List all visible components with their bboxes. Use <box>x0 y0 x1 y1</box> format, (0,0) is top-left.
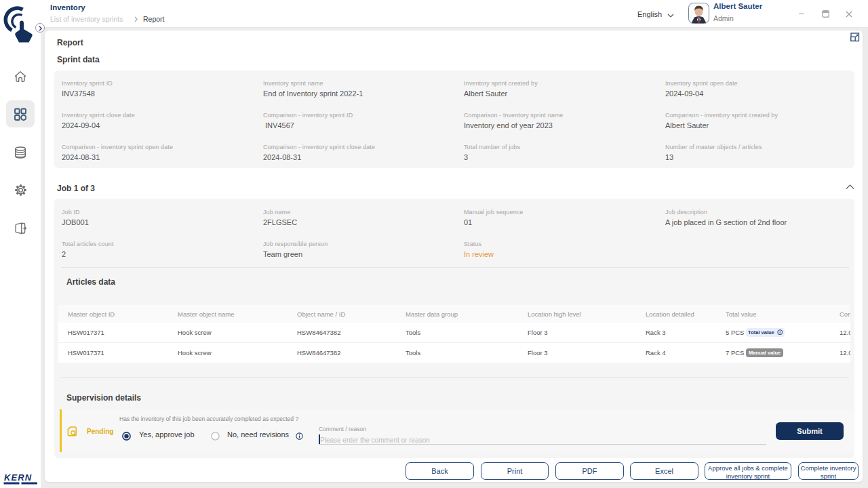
svg-text:KERN: KERN <box>4 472 32 483</box>
